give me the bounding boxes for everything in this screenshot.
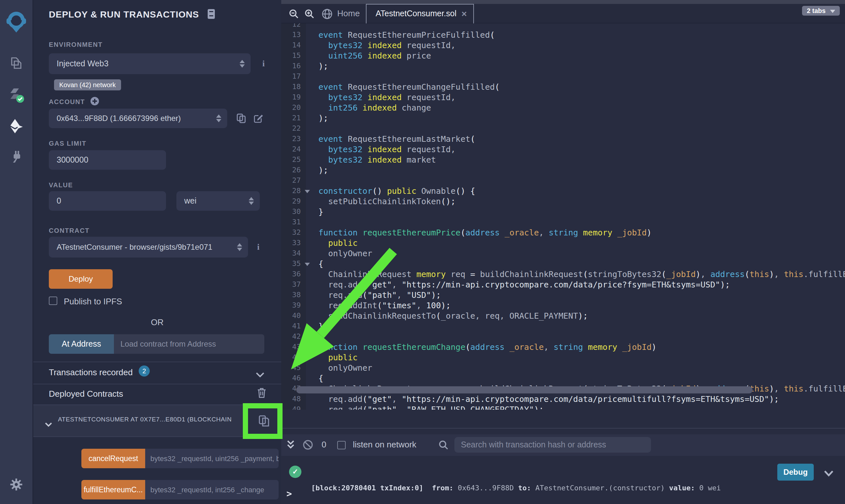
account-select[interactable]: 0x643...9F88D (1.666673996 ether)	[49, 109, 227, 128]
code-line[interactable]	[309, 332, 845, 342]
horizontal-scrollbar[interactable]	[296, 386, 753, 393]
editor-tab-bar: Home ATestnetConsumer.sol × 2 tabs	[281, 4, 845, 23]
code-line[interactable]: req.add("get", "https://min-api.cryptoco…	[309, 394, 845, 404]
expand-log-icon[interactable]	[824, 468, 833, 479]
add-account-icon[interactable]	[90, 96, 99, 108]
collapse-terminal-icon[interactable]	[287, 440, 295, 452]
code-line[interactable]: uint256 indexed price	[309, 51, 845, 61]
line-number: 46	[281, 373, 305, 384]
code-line[interactable]: bytes32 indexed requestId,	[309, 92, 845, 103]
fulfill-ethereum-params-input[interactable]: bytes32 _requestId, int256 _change	[145, 480, 279, 500]
code-line[interactable]: bytes32 indexed requestId,	[309, 144, 845, 155]
cancel-request-button[interactable]: cancelRequest	[81, 449, 145, 468]
code-line[interactable]: event RequestEthereumLastMarket(	[309, 134, 845, 144]
code-line[interactable]: req.add("get", "https://min-api.cryptoco…	[309, 280, 845, 290]
code-line[interactable]	[309, 23, 845, 30]
copy-icon	[258, 415, 270, 430]
code-line[interactable]: req.add("path", "USD");	[309, 290, 845, 301]
code-line[interactable]: event RequestEthereumChangeFulfilled(	[309, 82, 845, 92]
code-line[interactable]: );	[309, 165, 845, 176]
trash-icon[interactable]	[257, 388, 266, 401]
line-number: 34	[281, 248, 305, 259]
zoom-in-icon[interactable]	[305, 9, 314, 21]
fulfill-ethereum-button[interactable]: fulfillEthereumC...	[81, 480, 145, 500]
code-line[interactable]: int256 indexed change	[309, 103, 845, 113]
environment-info-icon[interactable]: i	[262, 58, 265, 69]
close-tab-icon[interactable]: ×	[462, 4, 467, 23]
code-line[interactable]: );	[309, 61, 845, 72]
code-line[interactable]: function requestEthereumPrice(address _o…	[309, 228, 845, 238]
code-line[interactable]: setPublicChainlinkToken();	[309, 196, 845, 207]
code-viewport[interactable]: 1213141516171819202122232425262728293031…	[281, 23, 845, 410]
code-line[interactable]: );	[309, 113, 845, 124]
code-line[interactable]	[309, 124, 845, 134]
line-number: 15	[281, 51, 305, 61]
code-line[interactable]: bytes32 indexed requestId,	[309, 40, 845, 51]
line-number: 14	[281, 40, 305, 51]
code-line[interactable]: }	[309, 207, 845, 217]
clear-console-icon[interactable]	[303, 439, 313, 453]
home-globe-icon[interactable]	[322, 8, 333, 22]
code-line[interactable]: constructor() public Ownable() {	[309, 186, 845, 196]
at-address-input[interactable]: Load contract from Address	[114, 334, 264, 354]
value-input[interactable]: 0	[49, 191, 166, 211]
code-line[interactable]: sendChainlinkRequestTo(_oracle, req, ORA…	[309, 311, 845, 321]
publish-ipfs-checkbox[interactable]	[49, 296, 57, 305]
code-line[interactable]: {	[309, 373, 845, 384]
line-number: 33	[281, 238, 305, 248]
code-line[interactable]	[309, 176, 845, 186]
code-line[interactable]: public	[309, 353, 845, 363]
code-line[interactable]: req.add("path", "RAW.ETH.USD.CHANGEPCTDA…	[309, 404, 845, 410]
cancel-request-params-input[interactable]: bytes32 _requestId, uint256 _payment, b	[145, 449, 279, 468]
line-number: 13	[281, 30, 305, 40]
transaction-log[interactable]: [block:20780401 txIndex:0] from: 0x643..…	[311, 466, 721, 504]
code-line[interactable]: function requestEthereumChange(address _…	[309, 342, 845, 353]
file-explorer-icon[interactable]	[9, 56, 23, 73]
plugin-manager-icon[interactable]	[9, 149, 23, 166]
copy-account-icon[interactable]	[236, 113, 246, 126]
line-number: 32	[281, 228, 305, 238]
expand-contract-icon[interactable]	[45, 418, 52, 430]
line-number: 19	[281, 92, 305, 103]
code-line[interactable]: {	[309, 259, 845, 269]
transactions-collapse-icon[interactable]	[256, 369, 264, 380]
code-line[interactable]: req.addInt("times", 100);	[309, 301, 845, 311]
code-line[interactable]: public	[309, 238, 845, 248]
contract-select[interactable]: ATestnetConsumer - browser/gists/9b71e07…	[49, 237, 248, 257]
deployed-contract-row[interactable]: ATESTNETCONSUMER AT 0X7E7...E80D1 (BLOCK…	[33, 404, 281, 437]
gas-limit-input[interactable]: 3000000	[49, 150, 166, 170]
value-unit-select[interactable]: wei	[176, 191, 260, 211]
deploy-button[interactable]: Deploy	[49, 269, 113, 289]
window-top-strip	[281, 0, 845, 4]
zoom-out-icon[interactable]	[289, 9, 299, 21]
code-line[interactable]: bytes32 indexed market	[309, 155, 845, 165]
debug-button[interactable]: Debug	[777, 464, 814, 481]
chevron-down-icon	[830, 10, 835, 13]
code-line[interactable]: onlyOwner	[309, 248, 845, 259]
remix-ide-window: DEPLOY & RUN TRANSACTIONS ENVIRONMENT In…	[0, 0, 845, 504]
listen-network-checkbox[interactable]	[337, 441, 346, 449]
tabs-dropdown-button[interactable]: 2 tabs	[803, 6, 840, 16]
copy-contract-address-button[interactable]	[247, 405, 281, 436]
code-line[interactable]: }	[309, 321, 845, 332]
at-address-button[interactable]: At Address	[49, 334, 114, 354]
settings-gear-icon[interactable]	[9, 477, 23, 494]
edit-account-icon[interactable]	[253, 113, 263, 126]
tab-atestnetconsumer[interactable]: ATestnetConsumer.sol ×	[366, 4, 474, 23]
code-line[interactable]: event RequestEthereumPriceFulfilled(	[309, 30, 845, 40]
line-number: 43	[281, 342, 305, 353]
line-number: 21	[281, 113, 305, 124]
terminal-search-input[interactable]: Search with transaction hash or address	[454, 437, 651, 453]
code-line[interactable]	[309, 72, 845, 82]
code-line[interactable]: onlyOwner	[309, 363, 845, 373]
deploy-run-icon[interactable]	[8, 119, 24, 137]
contract-info-icon[interactable]: i	[257, 242, 259, 252]
environment-select[interactable]: Injected Web3	[49, 53, 251, 74]
solidity-compiler-icon[interactable]	[8, 87, 25, 107]
docs-icon[interactable]	[207, 10, 215, 21]
terminal-prompt[interactable]: >	[287, 488, 292, 499]
code-line[interactable]	[309, 217, 845, 228]
tab-home[interactable]: Home	[337, 8, 360, 18]
remix-logo-icon[interactable]	[5, 11, 27, 38]
code-line[interactable]: Chainlink.Request memory req = buildChai…	[309, 269, 845, 280]
